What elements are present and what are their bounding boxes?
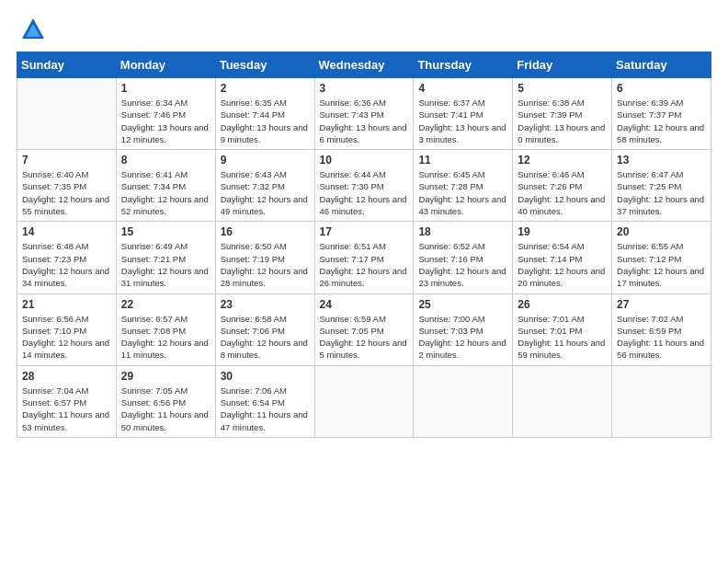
day-info: Sunrise: 6:38 AMSunset: 7:39 PMDaylight:… [518,97,607,145]
calendar-cell [17,78,117,150]
day-info: Sunrise: 6:49 AMSunset: 7:21 PMDaylight:… [121,240,210,289]
day-info: Sunrise: 6:54 AMSunset: 7:14 PMDaylight:… [518,240,607,289]
day-info: Sunrise: 6:50 AMSunset: 7:19 PMDaylight:… [221,240,310,289]
day-number: 15 [121,225,210,238]
day-number: 21 [22,298,111,311]
day-number: 7 [22,154,111,167]
calendar-cell: 18Sunrise: 6:52 AMSunset: 7:16 PMDayligh… [414,222,513,293]
day-info: Sunrise: 6:37 AMSunset: 7:41 PMDaylight:… [418,97,507,145]
calendar-cell [314,365,414,437]
calendar-cell: 14Sunrise: 6:48 AMSunset: 7:23 PMDayligh… [17,222,117,293]
day-number: 13 [617,154,706,167]
day-info: Sunrise: 6:34 AMSunset: 7:46 PMDaylight:… [121,97,210,145]
calendar-cell: 29Sunrise: 7:05 AMSunset: 6:56 PMDayligh… [116,365,215,437]
calendar-cell: 20Sunrise: 6:55 AMSunset: 7:12 PMDayligh… [612,222,711,293]
calendar-cell: 3Sunrise: 6:36 AMSunset: 7:43 PMDaylight… [314,78,414,150]
calendar-week-row: 14Sunrise: 6:48 AMSunset: 7:23 PMDayligh… [17,222,711,293]
day-info: Sunrise: 6:47 AMSunset: 7:25 PMDaylight:… [617,168,706,217]
header [17,17,711,42]
day-number: 12 [518,154,607,167]
day-info: Sunrise: 6:35 AMSunset: 7:44 PMDaylight:… [221,97,310,145]
calendar-cell: 1Sunrise: 6:34 AMSunset: 7:46 PMDaylight… [116,78,215,150]
calendar-week-row: 1Sunrise: 6:34 AMSunset: 7:46 PMDaylight… [17,78,711,150]
day-number: 10 [320,154,409,167]
logo-icon [20,17,46,42]
calendar-cell: 16Sunrise: 6:50 AMSunset: 7:19 PMDayligh… [215,222,314,293]
day-number: 23 [221,298,310,311]
day-number: 18 [418,225,507,238]
day-info: Sunrise: 6:44 AMSunset: 7:30 PMDaylight:… [320,168,409,217]
calendar-header-thursday: Thursday [414,52,513,78]
calendar-cell: 6Sunrise: 6:39 AMSunset: 7:37 PMDaylight… [612,78,711,150]
day-info: Sunrise: 7:06 AMSunset: 6:54 PMDaylight:… [221,385,310,433]
calendar-cell: 23Sunrise: 6:58 AMSunset: 7:06 PMDayligh… [215,293,314,365]
page: SundayMondayTuesdayWednesdayThursdayFrid… [0,0,728,563]
calendar-cell: 10Sunrise: 6:44 AMSunset: 7:30 PMDayligh… [314,150,414,222]
calendar-header-row: SundayMondayTuesdayWednesdayThursdayFrid… [17,52,711,78]
day-info: Sunrise: 6:57 AMSunset: 7:08 PMDaylight:… [121,313,210,362]
day-info: Sunrise: 6:36 AMSunset: 7:43 PMDaylight:… [320,97,409,145]
calendar-header-friday: Friday [513,52,612,78]
calendar-cell: 27Sunrise: 7:02 AMSunset: 6:59 PMDayligh… [612,293,711,365]
day-info: Sunrise: 6:43 AMSunset: 7:32 PMDaylight:… [221,168,310,217]
logo [17,17,46,42]
day-info: Sunrise: 7:04 AMSunset: 6:57 PMDaylight:… [22,385,111,433]
calendar-cell [414,365,513,437]
calendar-header-wednesday: Wednesday [314,52,414,78]
day-number: 20 [617,225,706,238]
calendar-cell: 12Sunrise: 6:46 AMSunset: 7:26 PMDayligh… [513,150,612,222]
day-number: 8 [121,154,210,167]
calendar-cell: 13Sunrise: 6:47 AMSunset: 7:25 PMDayligh… [612,150,711,222]
day-number: 2 [221,82,310,95]
calendar-cell [612,365,711,437]
day-number: 6 [617,82,706,95]
day-info: Sunrise: 6:52 AMSunset: 7:16 PMDaylight:… [418,240,507,289]
day-info: Sunrise: 6:59 AMSunset: 7:05 PMDaylight:… [320,313,409,362]
day-number: 25 [418,298,507,311]
calendar-cell: 19Sunrise: 6:54 AMSunset: 7:14 PMDayligh… [513,222,612,293]
day-number: 28 [22,370,111,383]
day-number: 3 [320,82,409,95]
calendar-cell: 28Sunrise: 7:04 AMSunset: 6:57 PMDayligh… [17,365,117,437]
day-number: 1 [121,82,210,95]
calendar-cell: 25Sunrise: 7:00 AMSunset: 7:03 PMDayligh… [414,293,513,365]
calendar-cell: 4Sunrise: 6:37 AMSunset: 7:41 PMDaylight… [414,78,513,150]
calendar-cell: 7Sunrise: 6:40 AMSunset: 7:35 PMDaylight… [17,150,117,222]
day-number: 17 [320,225,409,238]
day-number: 9 [221,154,310,167]
day-info: Sunrise: 6:46 AMSunset: 7:26 PMDaylight:… [518,168,607,217]
day-number: 30 [221,370,310,383]
day-info: Sunrise: 6:48 AMSunset: 7:23 PMDaylight:… [22,240,111,289]
day-number: 19 [518,225,607,238]
day-number: 5 [518,82,607,95]
calendar-cell: 24Sunrise: 6:59 AMSunset: 7:05 PMDayligh… [314,293,414,365]
calendar-cell: 26Sunrise: 7:01 AMSunset: 7:01 PMDayligh… [513,293,612,365]
day-info: Sunrise: 6:56 AMSunset: 7:10 PMDaylight:… [22,313,111,362]
day-info: Sunrise: 7:01 AMSunset: 7:01 PMDaylight:… [518,313,607,362]
calendar-week-row: 7Sunrise: 6:40 AMSunset: 7:35 PMDaylight… [17,150,711,222]
day-number: 24 [320,298,409,311]
calendar: SundayMondayTuesdayWednesdayThursdayFrid… [17,52,711,438]
day-info: Sunrise: 7:00 AMSunset: 7:03 PMDaylight:… [418,313,507,362]
calendar-cell: 11Sunrise: 6:45 AMSunset: 7:28 PMDayligh… [414,150,513,222]
calendar-header-sunday: Sunday [17,52,117,78]
day-number: 27 [617,298,706,311]
day-info: Sunrise: 6:41 AMSunset: 7:34 PMDaylight:… [121,168,210,217]
calendar-cell: 5Sunrise: 6:38 AMSunset: 7:39 PMDaylight… [513,78,612,150]
day-number: 4 [418,82,507,95]
calendar-week-row: 28Sunrise: 7:04 AMSunset: 6:57 PMDayligh… [17,365,711,437]
day-info: Sunrise: 6:55 AMSunset: 7:12 PMDaylight:… [617,240,706,289]
calendar-cell: 9Sunrise: 6:43 AMSunset: 7:32 PMDaylight… [215,150,314,222]
day-number: 14 [22,225,111,238]
calendar-cell: 21Sunrise: 6:56 AMSunset: 7:10 PMDayligh… [17,293,117,365]
calendar-cell: 8Sunrise: 6:41 AMSunset: 7:34 PMDaylight… [116,150,215,222]
day-number: 11 [418,154,507,167]
calendar-cell: 30Sunrise: 7:06 AMSunset: 6:54 PMDayligh… [215,365,314,437]
calendar-week-row: 21Sunrise: 6:56 AMSunset: 7:10 PMDayligh… [17,293,711,365]
day-info: Sunrise: 7:02 AMSunset: 6:59 PMDaylight:… [617,313,706,362]
calendar-cell: 22Sunrise: 6:57 AMSunset: 7:08 PMDayligh… [116,293,215,365]
day-number: 22 [121,298,210,311]
day-number: 16 [221,225,310,238]
calendar-header-monday: Monday [116,52,215,78]
day-info: Sunrise: 6:58 AMSunset: 7:06 PMDaylight:… [221,313,310,362]
